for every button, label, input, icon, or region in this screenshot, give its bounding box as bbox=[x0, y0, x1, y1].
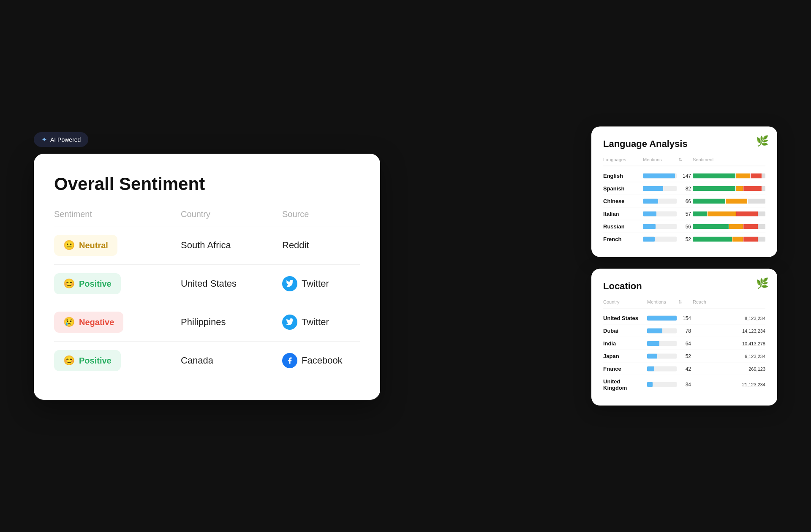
mentions-bar bbox=[647, 382, 677, 387]
mentions-bar bbox=[647, 353, 677, 358]
table-row: 😐 Neutral South Africa Reddit bbox=[54, 226, 360, 265]
mention-count: 147 bbox=[678, 173, 691, 179]
mention-count: 52 bbox=[678, 236, 691, 242]
panel-logo: 🌿 bbox=[756, 135, 769, 147]
list-item: Spanish 82 bbox=[603, 182, 765, 195]
list-item: Dubai 78 14,123,234 bbox=[603, 325, 765, 337]
lang-name: French bbox=[603, 236, 641, 242]
right-panels: 🌿 Language Analysis Languages Mentions ⇅… bbox=[591, 127, 777, 406]
sentiment-bar bbox=[693, 236, 765, 242]
mention-count: 78 bbox=[678, 328, 691, 334]
mentions-bar bbox=[643, 236, 677, 242]
country-cell: Canada bbox=[181, 355, 282, 366]
list-item: United States 154 8,123,234 bbox=[603, 312, 765, 325]
table-row: 😢 Negative Philippines Twitter bbox=[54, 303, 360, 342]
list-item: English 147 bbox=[603, 170, 765, 182]
sentiment-label: Positive bbox=[79, 279, 112, 289]
mention-count: 42 bbox=[678, 366, 691, 372]
mention-count: 154 bbox=[678, 315, 691, 321]
header-source: Source bbox=[282, 209, 375, 219]
table-row: 😊 Positive United States Twitter bbox=[54, 265, 360, 303]
loc-sort-icon[interactable]: ⇅ bbox=[678, 299, 691, 305]
country-cell: Philippines bbox=[181, 317, 282, 328]
source-cell: Twitter bbox=[282, 315, 375, 330]
sentiment-badge-positive: 😊 Positive bbox=[54, 350, 121, 371]
mentions-bar bbox=[643, 224, 677, 229]
mention-count: 64 bbox=[678, 340, 691, 346]
lang-sort-icon[interactable]: ⇅ bbox=[678, 157, 691, 163]
facebook-icon bbox=[282, 353, 297, 368]
source-cell: Facebook bbox=[282, 353, 375, 368]
loc-country: Dubai bbox=[603, 328, 645, 334]
sentiment-bar bbox=[693, 198, 765, 204]
page-title: Overall Sentiment bbox=[54, 174, 360, 194]
loc-country: France bbox=[603, 366, 645, 372]
list-item: United Kingdom 34 21,123,234 bbox=[603, 375, 765, 394]
twitter-icon bbox=[282, 276, 297, 291]
loc-country: United States bbox=[603, 315, 645, 321]
loc-header-country: Country bbox=[603, 299, 645, 305]
sentiment-bar bbox=[693, 211, 765, 216]
mention-count: 66 bbox=[678, 198, 691, 204]
mention-count: 52 bbox=[678, 353, 691, 359]
loc-reach: 8,123,234 bbox=[693, 315, 765, 320]
language-analysis-panel: 🌿 Language Analysis Languages Mentions ⇅… bbox=[591, 127, 777, 257]
list-item: India 64 10,413,278 bbox=[603, 337, 765, 350]
loc-country: Japan bbox=[603, 353, 645, 359]
loc-reach: 6,123,234 bbox=[693, 353, 765, 358]
table-row: 😊 Positive Canada Facebook bbox=[54, 342, 360, 380]
sentiment-label: Neutral bbox=[79, 241, 108, 250]
sentiment-cell: 😊 Positive bbox=[54, 350, 181, 371]
mention-count: 34 bbox=[678, 382, 691, 388]
mentions-bar bbox=[643, 173, 677, 178]
loc-reach: 10,413,278 bbox=[693, 341, 765, 346]
mentions-bar bbox=[647, 341, 677, 346]
negative-emoji: 😢 bbox=[63, 317, 75, 328]
sentiment-card: Overall Sentiment Sentiment Country Sour… bbox=[34, 154, 380, 400]
mention-count: 56 bbox=[678, 223, 691, 229]
sentiment-badge-negative: 😢 Negative bbox=[54, 312, 123, 333]
mentions-bar bbox=[643, 198, 677, 204]
mentions-bar bbox=[643, 186, 677, 191]
country-cell: South Africa bbox=[181, 240, 282, 251]
loc-table-header: Country Mentions ⇅ Reach bbox=[603, 299, 765, 309]
positive-emoji: 😊 bbox=[63, 278, 75, 289]
sentiment-badge-positive: 😊 Positive bbox=[54, 273, 121, 294]
source-label: Twitter bbox=[302, 317, 329, 328]
mentions-bar bbox=[647, 328, 677, 333]
lang-name: Russian bbox=[603, 223, 641, 230]
loc-reach: 21,123,234 bbox=[693, 382, 765, 387]
sentiment-bar bbox=[693, 186, 765, 191]
lang-name: Italian bbox=[603, 211, 641, 217]
sentiment-bar bbox=[693, 173, 765, 178]
list-item: France 42 269,123 bbox=[603, 363, 765, 375]
list-item: Russian 56 bbox=[603, 220, 765, 233]
lang-name: Chinese bbox=[603, 198, 641, 204]
ai-icon: ✦ bbox=[41, 136, 47, 144]
source-label: Facebook bbox=[302, 355, 343, 366]
loc-header-reach: Reach bbox=[693, 299, 765, 305]
source-cell: Reddit bbox=[282, 240, 375, 251]
source-label: Twitter bbox=[302, 278, 329, 289]
lang-name: English bbox=[603, 173, 641, 179]
sentiment-label: Positive bbox=[79, 356, 112, 366]
mention-count: 57 bbox=[678, 211, 691, 217]
mentions-bar bbox=[647, 366, 677, 371]
country-cell: United States bbox=[181, 278, 282, 289]
ai-badge-label: AI Powered bbox=[50, 136, 81, 143]
list-item: French 52 bbox=[603, 233, 765, 245]
sentiment-badge-neutral: 😐 Neutral bbox=[54, 235, 117, 256]
location-title: Location bbox=[603, 281, 765, 292]
loc-reach: 14,123,234 bbox=[693, 328, 765, 333]
loc-country: India bbox=[603, 340, 645, 347]
left-panel: ✦ AI Powered Overall Sentiment Sentiment… bbox=[34, 132, 380, 400]
list-item: Italian 57 bbox=[603, 208, 765, 220]
mentions-bar bbox=[643, 211, 677, 216]
sentiment-cell: 😊 Positive bbox=[54, 273, 181, 294]
loc-reach: 269,123 bbox=[693, 366, 765, 371]
source-label: Reddit bbox=[282, 240, 309, 251]
sentiment-bar bbox=[693, 224, 765, 229]
mentions-bar bbox=[647, 315, 677, 320]
lang-name: Spanish bbox=[603, 185, 641, 192]
positive-emoji: 😊 bbox=[63, 355, 75, 366]
